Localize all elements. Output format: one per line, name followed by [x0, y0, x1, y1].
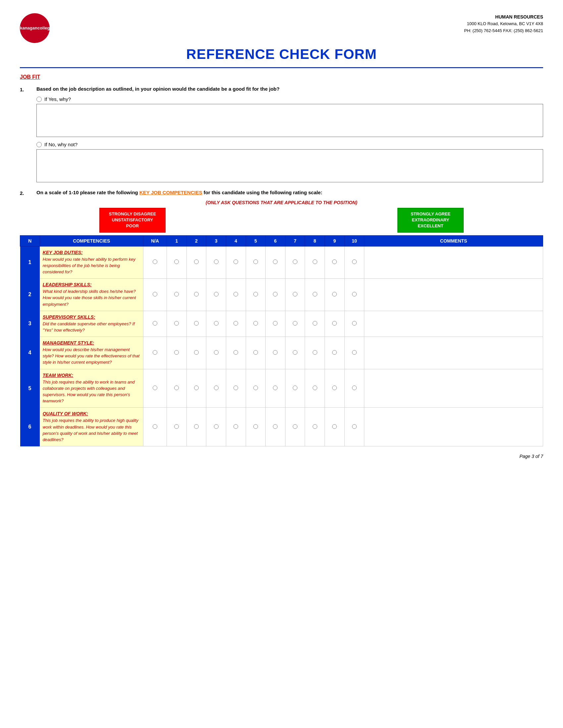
radio-9-row5[interactable] [332, 386, 337, 390]
radio-3-row6[interactable] [214, 424, 218, 429]
radio-cell-5 [246, 279, 265, 311]
no-radio[interactable] [36, 142, 42, 147]
radio-10-row2[interactable] [352, 292, 357, 296]
radio-6-row4[interactable] [273, 350, 277, 355]
scale-labels-wrapper: STRONGLY DISAGREE UNSTATISFACTORY POOR S… [20, 208, 543, 233]
radio-10-row3[interactable] [352, 321, 357, 326]
radio-5-row5[interactable] [253, 386, 258, 390]
radio-4-row6[interactable] [233, 424, 238, 429]
q2-text-before: On a scale of 1-10 please rate the follo… [36, 190, 139, 195]
yes-radio[interactable] [36, 97, 42, 102]
radio-cell-7 [285, 369, 305, 408]
comments-cell [364, 369, 543, 408]
radio-cell-9 [325, 279, 345, 311]
radio-cell-4 [226, 408, 246, 446]
radio-na-row6[interactable] [153, 424, 157, 429]
radio-na-row1[interactable] [153, 259, 157, 264]
radio-4-row4[interactable] [233, 350, 238, 355]
radio-2-row6[interactable] [194, 424, 199, 429]
radio-6-row6[interactable] [273, 424, 277, 429]
radio-cell-7 [285, 279, 305, 311]
radio-cell-1 [167, 408, 187, 446]
address-line: 1000 KLO Road, Kelowna, BC V1Y 4X8 [464, 21, 543, 27]
radio-1-row6[interactable] [174, 424, 179, 429]
radio-cell-6 [265, 279, 286, 311]
radio-2-row3[interactable] [194, 321, 199, 326]
radio-1-row2[interactable] [174, 292, 179, 296]
comp-title: KEY JOB DUTIES: [43, 250, 140, 255]
th-r7: 7 [285, 235, 305, 246]
radio-3-row3[interactable] [214, 321, 218, 326]
radio-na-row4[interactable] [153, 350, 157, 355]
radio-5-row4[interactable] [253, 350, 258, 355]
radio-8-row1[interactable] [313, 259, 317, 264]
radio-4-row1[interactable] [233, 259, 238, 264]
radio-cell-na [143, 369, 167, 408]
radio-4-row2[interactable] [233, 292, 238, 296]
radio-2-row5[interactable] [194, 386, 199, 390]
radio-na-row2[interactable] [153, 292, 157, 296]
radio-na-row3[interactable] [153, 321, 157, 326]
radio-cell-5 [246, 337, 265, 369]
radio-5-row3[interactable] [253, 321, 258, 326]
radio-1-row5[interactable] [174, 386, 179, 390]
radio-7-row4[interactable] [293, 350, 298, 355]
radio-cell-2 [186, 246, 206, 279]
radio-4-row3[interactable] [233, 321, 238, 326]
radio-8-row3[interactable] [313, 321, 317, 326]
radio-1-row3[interactable] [174, 321, 179, 326]
radio-5-row2[interactable] [253, 292, 258, 296]
radio-6-row1[interactable] [273, 259, 277, 264]
th-n: N [20, 235, 40, 246]
radio-3-row2[interactable] [214, 292, 218, 296]
radio-8-row2[interactable] [313, 292, 317, 296]
logo-text-line2: college [37, 25, 52, 31]
radio-2-row4[interactable] [194, 350, 199, 355]
radio-5-row6[interactable] [253, 424, 258, 429]
radio-1-row4[interactable] [174, 350, 179, 355]
radio-cell-8 [305, 279, 325, 311]
radio-na-row5[interactable] [153, 386, 157, 390]
radio-7-row3[interactable] [293, 321, 298, 326]
radio-2-row1[interactable] [194, 259, 199, 264]
radio-10-row6[interactable] [352, 424, 357, 429]
yes-textarea[interactable] [36, 104, 543, 137]
radio-6-row2[interactable] [273, 292, 277, 296]
radio-7-row1[interactable] [293, 259, 298, 264]
radio-3-row5[interactable] [214, 386, 218, 390]
radio-7-row6[interactable] [293, 424, 298, 429]
radio-1-row1[interactable] [174, 259, 179, 264]
radio-5-row1[interactable] [253, 259, 258, 264]
radio-9-row1[interactable] [332, 259, 337, 264]
comp-desc: How would you describe his/her managemen… [43, 347, 140, 365]
radio-2-row2[interactable] [194, 292, 199, 296]
comp-title: SUPERVISORY SKILLS: [43, 314, 140, 320]
radio-cell-6 [265, 337, 286, 369]
radio-8-row6[interactable] [313, 424, 317, 429]
radio-9-row2[interactable] [332, 292, 337, 296]
question-1-row: 1. Based on the job description as outli… [20, 86, 543, 92]
radio-6-row5[interactable] [273, 386, 277, 390]
radio-7-row5[interactable] [293, 386, 298, 390]
radio-cell-2 [186, 369, 206, 408]
radio-8-row4[interactable] [313, 350, 317, 355]
radio-6-row3[interactable] [273, 321, 277, 326]
radio-9-row6[interactable] [332, 424, 337, 429]
radio-cell-6 [265, 408, 286, 446]
radio-8-row5[interactable] [313, 386, 317, 390]
radio-7-row2[interactable] [293, 292, 298, 296]
radio-10-row1[interactable] [352, 259, 357, 264]
radio-3-row1[interactable] [214, 259, 218, 264]
no-textarea[interactable] [36, 149, 543, 182]
radio-9-row4[interactable] [332, 350, 337, 355]
radio-cell-2 [186, 279, 206, 311]
radio-10-row5[interactable] [352, 386, 357, 390]
th-r2: 2 [186, 235, 206, 246]
radio-10-row4[interactable] [352, 350, 357, 355]
radio-9-row3[interactable] [332, 321, 337, 326]
radio-3-row4[interactable] [214, 350, 218, 355]
hr-info: HUMAN RESOURCES 1000 KLO Road, Kelowna, … [464, 13, 543, 34]
radio-4-row5[interactable] [233, 386, 238, 390]
th-r8: 8 [305, 235, 325, 246]
table-row: 1KEY JOB DUTIES:How would you rate his/h… [20, 246, 543, 279]
